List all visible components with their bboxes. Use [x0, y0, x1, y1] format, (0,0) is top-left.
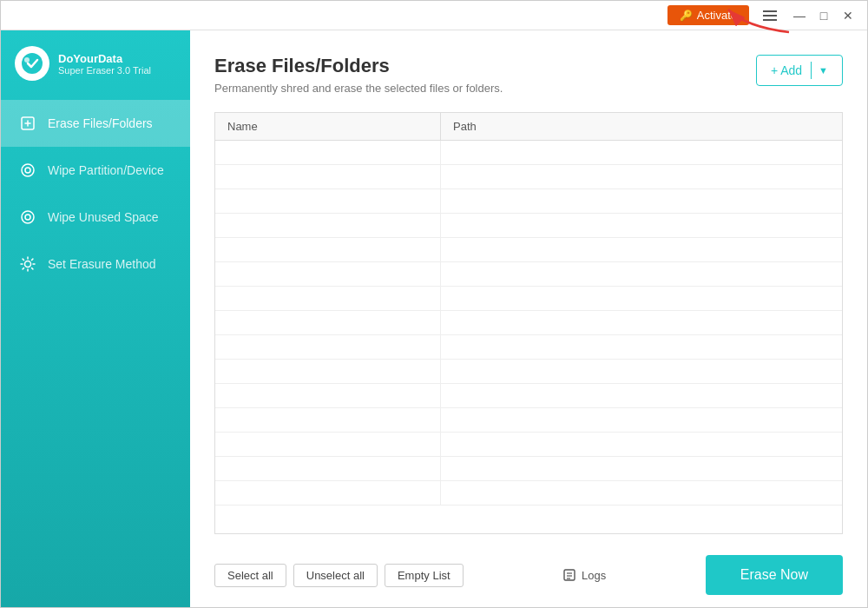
svg-point-5 [25, 168, 30, 173]
minimize-button[interactable]: — [787, 3, 812, 28]
table-row [215, 262, 842, 287]
close-icon: ✕ [843, 9, 853, 23]
main-layout: DoYourData Super Eraser 3.0 Trial Erase … [1, 30, 867, 607]
page-title: Erase Files/Folders [214, 55, 503, 77]
table-row [215, 189, 842, 214]
erase-now-button[interactable]: Erase Now [706, 555, 843, 595]
app-name-line2: Super Eraser 3.0 Trial [58, 65, 151, 76]
set-erasure-icon [18, 254, 37, 274]
app-window: 🔑 Activate — □ ✕ [0, 0, 868, 608]
sidebar-item-wipe-partition[interactable]: Wipe Partition/Device [1, 147, 190, 194]
sidebar-item-set-erasure[interactable]: Set Erasure Method [1, 241, 190, 287]
erase-files-icon [18, 114, 37, 133]
page-subtitle: Permanently shred and erase the selected… [214, 82, 503, 95]
logo-icon [15, 46, 49, 81]
svg-point-7 [25, 215, 30, 220]
table-row [215, 360, 842, 384]
file-table: Name Path [214, 112, 843, 534]
logo-svg [20, 51, 44, 76]
app-logo: DoYourData Super Eraser 3.0 Trial [1, 30, 190, 96]
table-row [215, 287, 842, 311]
logs-icon [562, 568, 576, 582]
sidebar-item-label: Set Erasure Method [48, 257, 156, 271]
unselect-all-label: Unselect all [306, 569, 365, 582]
content-area: Erase Files/Folders Permanently shred an… [190, 30, 867, 607]
empty-list-button[interactable]: Empty List [385, 564, 464, 587]
table-row [215, 311, 842, 335]
page-title-group: Erase Files/Folders Permanently shred an… [214, 55, 503, 95]
app-name-line1: DoYourData [58, 52, 151, 65]
table-row [215, 335, 842, 360]
maximize-button[interactable]: □ [812, 3, 836, 28]
select-all-label: Select all [227, 569, 273, 582]
menu-button[interactable] [758, 5, 782, 26]
empty-list-label: Empty List [398, 569, 450, 582]
sidebar-item-erase-files[interactable]: Erase Files/Folders [1, 100, 190, 147]
nav-items: Erase Files/Folders Wipe Partition/Devic… [1, 100, 190, 287]
key-icon: 🔑 [680, 10, 693, 22]
bottom-bar: Select all Unselect all Empty List [214, 546, 843, 607]
svg-point-4 [22, 164, 34, 176]
titlebar: 🔑 Activate — □ ✕ [1, 1, 867, 30]
content-header: Erase Files/Folders Permanently shred an… [214, 55, 843, 95]
minimize-icon: — [793, 9, 806, 23]
erase-now-label: Erase Now [740, 567, 808, 582]
svg-point-8 [25, 261, 31, 268]
table-row [215, 141, 842, 165]
add-button-label: + Add [771, 63, 802, 77]
table-row [215, 433, 842, 457]
wipe-partition-icon [18, 161, 37, 180]
dropdown-arrow-icon: ▼ [819, 65, 828, 76]
sidebar-item-label: Erase Files/Folders [48, 116, 153, 130]
sidebar-item-label: Wipe Unused Space [48, 210, 159, 224]
activate-button[interactable]: 🔑 Activate [667, 5, 749, 25]
add-divider [811, 62, 812, 79]
bottom-left-actions: Select all Unselect all Empty List [214, 564, 464, 587]
add-button[interactable]: + Add ▼ [756, 55, 843, 86]
sidebar-item-label: Wipe Partition/Device [48, 163, 164, 177]
svg-point-6 [22, 211, 34, 223]
app-name: DoYourData Super Eraser 3.0 Trial [58, 52, 151, 76]
svg-point-2 [24, 57, 30, 63]
table-row [215, 457, 842, 481]
table-row [215, 408, 842, 433]
table-row [215, 165, 842, 189]
wipe-unused-icon [18, 208, 37, 227]
logs-link[interactable]: Logs [562, 568, 606, 582]
close-button[interactable]: ✕ [836, 3, 860, 28]
sidebar-item-wipe-unused[interactable]: Wipe Unused Space [1, 194, 190, 241]
table-row [215, 238, 842, 262]
col-path-header: Path [441, 113, 842, 140]
select-all-button[interactable]: Select all [214, 564, 286, 587]
table-row [215, 214, 842, 238]
table-row [215, 384, 842, 408]
table-header: Name Path [215, 113, 842, 141]
svg-point-1 [22, 53, 43, 74]
table-body [215, 141, 842, 533]
sidebar: DoYourData Super Eraser 3.0 Trial Erase … [1, 30, 190, 607]
table-row [215, 481, 842, 506]
col-name-header: Name [215, 113, 441, 140]
activate-label: Activate [697, 9, 737, 22]
unselect-all-button[interactable]: Unselect all [293, 564, 378, 587]
logs-label: Logs [582, 569, 606, 582]
maximize-icon: □ [820, 9, 827, 23]
